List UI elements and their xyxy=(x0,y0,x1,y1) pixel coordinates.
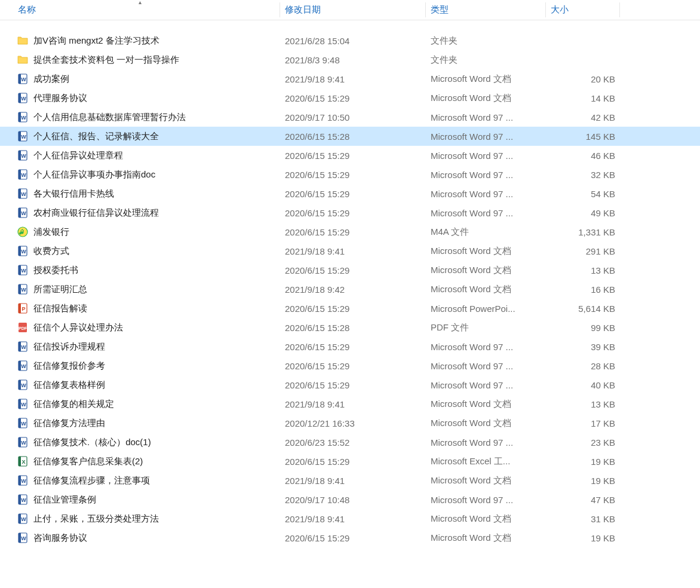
file-name-cell: W止付，呆账，五级分类处理方法 xyxy=(0,513,280,525)
file-name-cell: W征信修复流程步骤，注意事项 xyxy=(0,474,280,486)
column-header-type[interactable]: 类型 xyxy=(426,0,546,20)
word97-icon: W xyxy=(17,169,29,180)
file-row[interactable]: W授权委托书2020/6/15 15:29Microsoft Word 文档13… xyxy=(0,261,700,280)
svg-text:W: W xyxy=(21,497,26,503)
word97-icon: W xyxy=(17,130,29,142)
svg-text:W: W xyxy=(21,535,26,541)
file-name-label: 征信修复客户信息采集表(2) xyxy=(33,456,143,467)
file-size-cell: 19 KB xyxy=(546,476,620,486)
word-icon: W xyxy=(17,283,29,295)
file-type-cell: Microsoft Word 文档 xyxy=(426,399,546,410)
file-row[interactable]: W征信修复技术.（核心）doc(1)2020/6/23 15:52Microso… xyxy=(0,433,700,452)
file-name-label: 个人征信异议处理章程 xyxy=(33,150,123,161)
file-name-label: 加V咨询 mengxt2 备注学习技术 xyxy=(33,35,159,47)
file-row[interactable]: W咨询服务协议2020/6/15 15:29Microsoft Word 文档1… xyxy=(0,528,700,547)
file-name-label: 个人信用信息基础数据库管理暂行办法 xyxy=(33,112,186,123)
file-name-label: 征信业管理条例 xyxy=(33,494,96,506)
file-name-cell: W征信业管理条例 xyxy=(0,494,280,506)
word97-icon: W xyxy=(17,149,29,161)
folder-icon xyxy=(17,35,29,47)
file-row[interactable]: W农村商业银行征信异议处理流程2020/6/15 15:29Microsoft … xyxy=(0,203,700,222)
svg-text:PDF: PDF xyxy=(19,326,27,330)
file-size-cell: 42 KB xyxy=(546,112,620,122)
svg-text:W: W xyxy=(21,382,26,388)
file-row[interactable]: W征信投诉办理规程2020/6/15 15:29Microsoft Word 9… xyxy=(0,337,700,356)
word-icon: W xyxy=(17,532,29,544)
file-size-cell: 32 KB xyxy=(546,170,620,180)
file-name-label: 征信修复表格样例 xyxy=(33,379,105,391)
file-date-cell: 2021/8/3 9:48 xyxy=(280,55,426,65)
file-type-cell: Microsoft Word 文档 xyxy=(426,513,546,525)
file-size-cell: 49 KB xyxy=(546,208,620,218)
word-icon: W xyxy=(17,264,29,276)
file-row[interactable]: X征信修复客户信息采集表(2)2020/6/15 15:29Microsoft … xyxy=(0,452,700,471)
file-type-cell: Microsoft Word 97 ... xyxy=(426,495,546,505)
file-type-cell: Microsoft Word 97 ... xyxy=(426,380,546,390)
file-size-cell: 13 KB xyxy=(546,265,620,275)
svg-text:W: W xyxy=(21,516,26,522)
word97-icon: W xyxy=(17,436,29,448)
file-row[interactable]: PDF征信个人异议处理办法2020/6/15 15:28PDF 文件99 KB xyxy=(0,318,700,337)
svg-text:W: W xyxy=(21,76,26,82)
file-date-cell: 2020/9/17 10:50 xyxy=(280,112,426,122)
file-size-cell: 47 KB xyxy=(546,495,620,505)
column-header-size-label: 大小 xyxy=(551,4,569,16)
file-type-cell: Microsoft Word 文档 xyxy=(426,265,546,276)
file-row[interactable]: W征信业管理条例2020/9/17 10:48Microsoft Word 97… xyxy=(0,490,700,509)
column-header-name[interactable]: ▴ 名称 xyxy=(0,0,280,20)
file-size-cell: 5,614 KB xyxy=(546,304,620,314)
column-header-size[interactable]: 大小 xyxy=(546,0,620,20)
file-row[interactable]: W征信修复方法理由2020/12/21 16:33Microsoft Word … xyxy=(0,414,700,433)
file-row[interactable]: W个人信用信息基础数据库管理暂行办法2020/9/17 10:50Microso… xyxy=(0,108,700,127)
file-row[interactable]: W个人征信异议事项办事指南doc2020/6/15 15:29Microsoft… xyxy=(0,165,700,184)
file-name-label: 止付，呆账，五级分类处理方法 xyxy=(33,513,159,525)
file-type-cell: Microsoft Word 文档 xyxy=(426,284,546,295)
file-name-cell: W征信修复技术.（核心）doc(1) xyxy=(0,436,280,448)
file-row[interactable]: 浦发银行2020/6/15 15:29M4A 文件1,331 KB xyxy=(0,222,700,241)
file-row[interactable]: W收费方式2021/9/18 9:41Microsoft Word 文档291 … xyxy=(0,241,700,261)
file-row[interactable]: W征信修复表格样例2020/6/15 15:29Microsoft Word 9… xyxy=(0,375,700,394)
file-row[interactable]: W征信修复流程步骤，注意事项2021/9/18 9:41Microsoft Wo… xyxy=(0,471,700,490)
file-type-cell: Microsoft Excel 工... xyxy=(426,456,546,467)
file-row[interactable]: W个人征信异议处理章程2020/6/15 15:29Microsoft Word… xyxy=(0,146,700,165)
file-row[interactable]: W成功案例2021/9/18 9:41Microsoft Word 文档20 K… xyxy=(0,69,700,88)
file-name-label: 征信修复技术.（核心）doc(1) xyxy=(33,437,151,448)
file-row[interactable]: W止付，呆账，五级分类处理方法2021/9/18 9:41Microsoft W… xyxy=(0,509,700,528)
file-name-cell: W农村商业银行征信异议处理流程 xyxy=(0,207,280,219)
file-type-cell: Microsoft Word 97 ... xyxy=(426,189,546,199)
file-size-cell: 1,331 KB xyxy=(546,227,620,237)
file-size-cell: 20 KB xyxy=(546,74,620,84)
file-row[interactable]: P征信报告解读2020/6/15 15:29Microsoft PowerPoi… xyxy=(0,299,700,318)
file-date-cell: 2021/9/18 9:41 xyxy=(280,246,426,256)
file-row[interactable]: W个人征信、报告、记录解读大全2020/6/15 15:28Microsoft … xyxy=(0,127,700,146)
column-header-row: ▴ 名称 修改日期 类型 大小 xyxy=(0,0,700,20)
file-date-cell: 2021/6/28 15:04 xyxy=(280,36,426,46)
file-row[interactable]: W代理服务协议2020/6/15 15:29Microsoft Word 文档1… xyxy=(0,88,700,108)
svg-text:W: W xyxy=(21,268,26,274)
file-name-cell: W咨询服务协议 xyxy=(0,532,280,544)
file-date-cell: 2020/6/15 15:29 xyxy=(280,189,426,199)
file-row[interactable]: W所需证明汇总2021/9/18 9:42Microsoft Word 文档16… xyxy=(0,280,700,299)
svg-text:W: W xyxy=(21,478,26,484)
svg-text:W: W xyxy=(21,191,26,197)
file-row[interactable]: 加V咨询 mengxt2 备注学习技术2021/6/28 15:04文件夹 xyxy=(0,31,700,50)
svg-text:W: W xyxy=(21,172,26,178)
file-size-cell: 46 KB xyxy=(546,151,620,161)
file-date-cell: 2020/6/15 15:29 xyxy=(280,265,426,275)
file-row[interactable]: W各大银行信用卡热线2020/6/15 15:29Microsoft Word … xyxy=(0,184,700,203)
file-name-cell: W征信投诉办理规程 xyxy=(0,341,280,353)
file-date-cell: 2020/6/15 15:28 xyxy=(280,323,426,333)
word-icon: W xyxy=(17,92,29,104)
file-row[interactable]: W征信修复的相关规定2021/9/18 9:41Microsoft Word 文… xyxy=(0,394,700,414)
file-type-cell: Microsoft Word 文档 xyxy=(426,246,546,257)
word97-icon: W xyxy=(17,207,29,219)
file-name-cell: P征信报告解读 xyxy=(0,302,280,314)
file-date-cell: 2021/9/18 9:41 xyxy=(280,399,426,409)
file-list: 加V咨询 mengxt2 备注学习技术2021/6/28 15:04文件夹提供全… xyxy=(0,20,700,547)
column-header-date[interactable]: 修改日期 xyxy=(280,0,426,20)
file-name-cell: W收费方式 xyxy=(0,245,280,257)
file-row[interactable]: 提供全套技术资料包 一对一指导操作2021/8/3 9:48文件夹 xyxy=(0,50,700,69)
file-size-cell: 19 KB xyxy=(546,533,620,543)
file-row[interactable]: W征信修复报价参考2020/6/15 15:29Microsoft Word 9… xyxy=(0,356,700,375)
file-type-cell: 文件夹 xyxy=(426,54,546,66)
